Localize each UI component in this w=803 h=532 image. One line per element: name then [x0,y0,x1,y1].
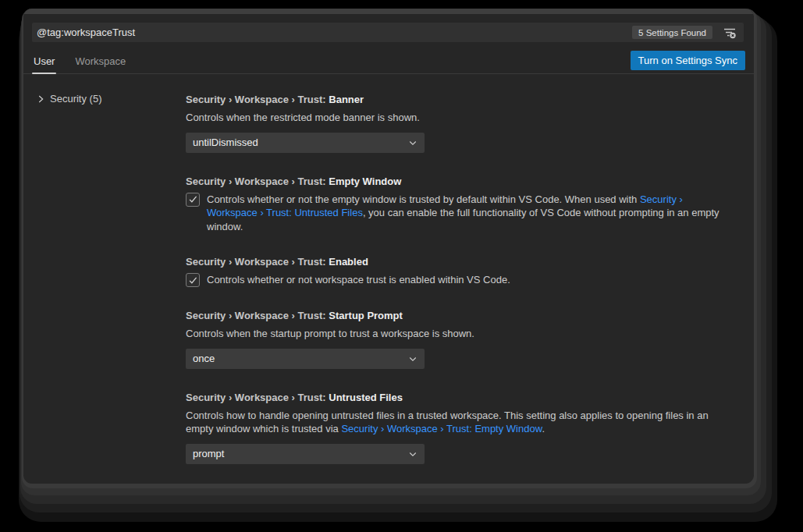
tab-user[interactable]: User [32,51,56,74]
setting-title: Security › Workspace › Trust: Startup Pr… [186,309,726,323]
toc-item-label: Security (5) [50,93,101,105]
setting-title: Security › Workspace › Trust: Enabled [186,255,726,269]
trust-enabled-checkbox[interactable] [186,273,200,287]
trust-empty-window-checkbox[interactable] [186,193,200,207]
setting-description: Controls whether or not the empty window… [207,193,726,234]
clear-filters-button[interactable] [720,26,739,40]
settings-list: Security › Workspace › Trust: Banner Con… [186,93,754,484]
settings-scope-tabs: User Workspace Turn on Settings Sync [23,51,754,74]
description-text: . [542,423,545,434]
setting-description: Controls how to handle opening untrusted… [186,409,726,436]
setting-category: Security › Workspace › Trust: [186,256,329,268]
setting-description: Controls whether or not workspace trust … [207,273,726,287]
trust-banner-select[interactable]: untilDismissed [186,133,425,153]
setting-label: Startup Prompt [329,310,403,321]
selected-value: once [193,353,215,364]
vscode-settings-window: 5 Settings Found User Workspace Turn on … [23,9,754,484]
settings-search-row: 5 Settings Found [23,14,754,42]
setting-trust-empty-window: Security › Workspace › Trust: Empty Wind… [186,175,726,234]
chevron-right-icon[interactable] [35,94,46,105]
setting-category: Security › Workspace › Trust: [186,94,329,105]
trust-startup-prompt-select[interactable]: once [186,349,425,369]
setting-label: Banner [329,94,364,105]
description-text: Controls whether or not the empty window… [207,193,640,205]
turn-on-settings-sync-button[interactable]: Turn on Settings Sync [631,51,745,70]
setting-trust-startup-prompt: Security › Workspace › Trust: Startup Pr… [186,309,726,369]
clear-filters-icon [723,27,737,39]
chevron-down-icon [408,449,417,459]
settings-editor-body: Security (5) Security › Workspace › Trus… [23,74,754,484]
setting-description: Controls when the restricted mode banner… [186,111,726,125]
settings-count-badge: 5 Settings Found [632,26,712,39]
selected-value: untilDismissed [193,137,258,148]
setting-label: Untrusted Files [329,392,403,403]
settings-search-input[interactable] [37,27,632,38]
settings-toc: Security (5) [23,93,186,484]
setting-trust-enabled: Security › Workspace › Trust: Enabled Co… [186,255,726,287]
setting-trust-banner: Security › Workspace › Trust: Banner Con… [186,93,726,153]
setting-description: Controls when the startup prompt to trus… [186,327,726,341]
setting-category: Security › Workspace › Trust: [186,176,329,187]
setting-category: Security › Workspace › Trust: [186,392,329,403]
setting-title: Security › Workspace › Trust: Empty Wind… [186,175,726,189]
setting-title: Security › Workspace › Trust: Untrusted … [186,391,726,405]
toc-item-security[interactable]: Security (5) [35,93,186,105]
trust-untrusted-files-select[interactable]: prompt [186,444,425,464]
selected-value: prompt [193,448,224,459]
setting-trust-untrusted-files: Security › Workspace › Trust: Untrusted … [186,391,726,464]
tab-workspace[interactable]: Workspace [73,51,127,74]
setting-label: Enabled [329,256,368,268]
chevron-down-icon [408,354,417,364]
window-titlebar [23,9,754,14]
setting-label: Empty Window [329,176,401,187]
check-icon [188,275,198,286]
link-trust-empty-window[interactable]: Security › Workspace › Trust: Empty Wind… [341,423,542,434]
settings-search-box[interactable]: 5 Settings Found [32,23,744,42]
setting-category: Security › Workspace › Trust: [186,310,329,321]
check-icon [188,194,198,204]
setting-title: Security › Workspace › Trust: Banner [186,93,726,107]
chevron-down-icon [408,138,417,147]
